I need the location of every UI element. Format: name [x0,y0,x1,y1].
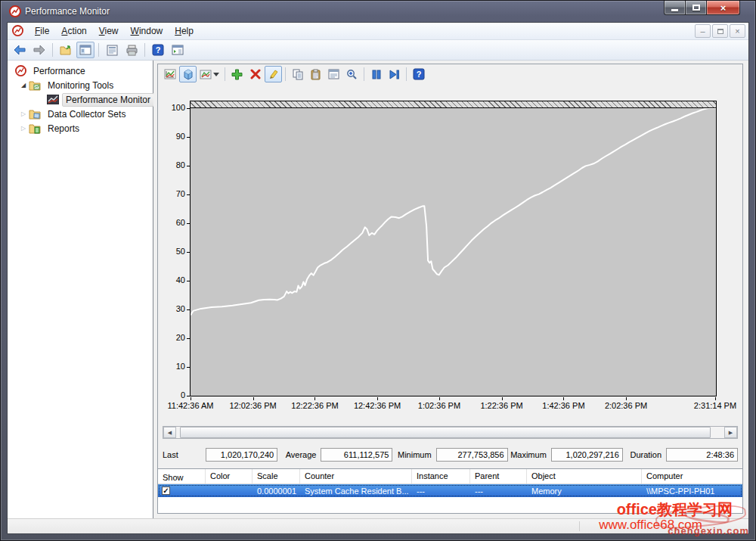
scrollbar-track[interactable] [176,427,724,438]
scroll-right-icon: ▶ [729,430,733,436]
perfmon-help-button[interactable]: ? [410,66,427,82]
menu-file[interactable]: File [29,24,55,39]
counter-table: Show Color Scale Counter Instance Parent… [158,468,742,513]
menu-window[interactable]: Window [125,24,169,39]
console-window-icon [12,25,24,37]
window-title: Performance Monitor [25,6,110,17]
view-current-activity-button[interactable] [161,66,178,82]
tree-item-reports[interactable]: ▷ Reports [8,121,153,135]
forward-icon [33,45,46,55]
zoom-button[interactable] [343,66,361,82]
maximum-label: Maximum [508,450,551,459]
y-axis-tick [187,338,190,339]
update-data-button[interactable] [386,66,403,82]
update-data-icon [389,70,399,79]
freeze-display-icon [372,70,381,79]
cell-object: Memory [527,487,642,496]
column-header-object[interactable]: Object [527,469,642,483]
console-tree-pane: Performance ◢ Monitoring Tools Performan… [8,61,153,518]
y-axis-tick-label: 100 [158,103,185,112]
y-axis-tick-label: 20 [158,333,185,342]
minimize-button[interactable] [664,1,686,15]
properties-button[interactable] [325,66,342,82]
scroll-right-button[interactable]: ▶ [724,427,737,438]
tree-item-monitoring-tools[interactable]: ◢ Monitoring Tools [8,78,153,92]
column-header-parent[interactable]: Parent [470,469,527,483]
column-header-color[interactable]: Color [206,469,253,483]
menu-help[interactable]: Help [169,24,200,39]
column-header-instance[interactable]: Instance [412,469,470,483]
paste-counter-list-button[interactable] [307,66,324,82]
svg-text:?: ? [416,70,421,79]
x-axis-tick-label: 1:42:36 PM [542,401,584,410]
action-pane-toggle-button[interactable] [169,42,187,58]
status-bar [8,518,748,533]
stats-bar: Last1,020,170,240 Average611,112,575 Min… [163,447,738,462]
maximize-button[interactable] [686,1,706,15]
horizontal-scrollbar[interactable]: ◀ ▶ [163,426,738,439]
tree-item-performance[interactable]: Performance [8,64,153,78]
x-axis-tick [439,397,440,400]
menu-view[interactable]: View [93,24,125,39]
y-axis-tick [187,281,190,281]
change-graph-type-button[interactable] [197,66,222,82]
y-axis-tick-label: 0 [158,390,185,400]
perfmon-toolbar: ? [158,64,742,84]
perfmon-view: ? 0102030405060708090100 11:42:36 AM12:0… [157,64,743,514]
add-counter-button[interactable] [228,66,246,82]
console-tree-toggle-button[interactable] [76,42,94,58]
folder-chart-icon [29,80,42,91]
column-header-computer[interactable]: Computer [642,469,742,483]
back-button[interactable] [11,42,29,58]
y-axis-tick-label: 70 [158,189,185,198]
y-axis-tick-label: 50 [158,247,185,256]
forward-button[interactable] [30,42,48,58]
y-axis-tick [187,252,190,253]
expander-collapsed-icon[interactable]: ▷ [20,125,27,132]
counter-row[interactable]: ✓ 0.0000001 System Cache Resident B... -… [158,484,742,497]
copy-properties-button[interactable] [289,66,306,82]
freeze-display-button[interactable] [367,66,385,82]
column-header-counter[interactable]: Counter [300,469,412,483]
maximum-value: 1,020,297,216 [551,448,623,462]
menu-action[interactable]: Action [55,24,92,39]
y-axis-tick [187,194,190,195]
perfmon-pane: ? 0102030405060708090100 11:42:36 AM12:0… [153,61,748,518]
view-log-data-button[interactable] [179,66,197,82]
print-button[interactable] [122,42,141,58]
child-restore-button[interactable] [712,24,728,38]
tree-item-label: Monitoring Tools [45,79,116,92]
expander-expanded-icon[interactable]: ◢ [20,82,27,89]
child-close-button[interactable]: × [730,24,745,38]
chart-plot-area [190,101,717,396]
export-button[interactable] [57,42,75,58]
tree-item-performance-monitor[interactable]: Performance Monitor [8,92,153,107]
title-bar[interactable]: Performance Monitor × [1,1,755,22]
highlight-button[interactable] [265,66,282,82]
average-value: 611,112,575 [321,448,392,462]
close-button[interactable]: × [706,1,740,15]
counter-table-header: Show Color Scale Counter Instance Parent… [158,469,742,484]
properties-icon [328,69,339,79]
scroll-left-button[interactable]: ◀ [163,427,176,438]
y-axis-tick [187,166,190,166]
y-axis-tick [187,108,190,109]
show-checkbox[interactable]: ✓ [162,487,170,495]
folder-data-icon [29,109,42,120]
properties-list-button[interactable] [103,42,121,58]
delete-counter-button[interactable] [246,66,264,82]
console-toolbar: ? [8,40,748,61]
chart-line-svg [191,108,716,396]
tree-item-label: Reports [45,123,82,135]
y-axis-tick [187,309,190,310]
scrollbar-thumb[interactable] [180,427,711,438]
expander-collapsed-icon[interactable]: ▷ [20,110,27,117]
child-minimize-button[interactable]: – [695,24,711,38]
dropdown-arrow-icon [213,73,219,76]
toolbar-separator [285,67,286,81]
column-header-scale[interactable]: Scale [253,469,300,483]
action-pane-toggle-icon [172,45,184,55]
tree-item-data-collector-sets[interactable]: ▷ Data Collector Sets [8,107,153,121]
column-header-show[interactable]: Show [158,469,206,483]
help-button[interactable]: ? [149,42,167,58]
